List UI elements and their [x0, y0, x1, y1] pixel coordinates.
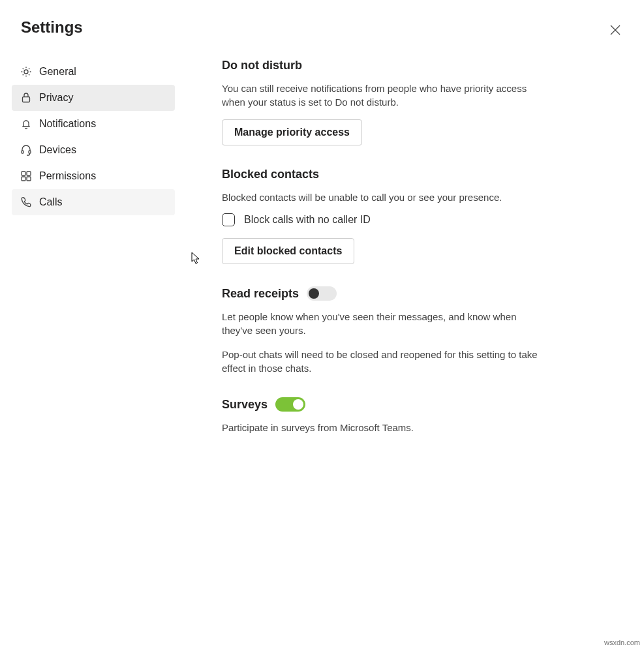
watermark: wsxdn.com — [604, 639, 640, 646]
sidebar-item-label: Permissions — [39, 170, 96, 182]
section-description: Let people know when you've seen their m… — [222, 310, 548, 337]
section-description: Blocked contacts will be unable to call … — [222, 190, 548, 204]
section-title: Do not disturb — [222, 59, 560, 72]
svg-point-2 — [24, 70, 28, 74]
manage-priority-access-button[interactable]: Manage priority access — [222, 119, 362, 145]
block-no-caller-id-checkbox[interactable] — [222, 213, 235, 226]
bell-icon — [20, 117, 33, 130]
settings-window: Settings General — [0, 0, 644, 649]
section-surveys: Surveys Participate in surveys from Micr… — [222, 397, 560, 434]
sidebar-item-general[interactable]: General — [12, 59, 175, 85]
sidebar-item-calls[interactable]: Calls — [12, 189, 175, 215]
svg-rect-4 — [22, 151, 23, 153]
section-do-not-disturb: Do not disturb You can still receive not… — [222, 59, 560, 145]
apps-icon — [20, 170, 33, 183]
section-description: Participate in surveys from Microsoft Te… — [222, 421, 548, 434]
section-description: You can still receive notifications from… — [222, 82, 548, 109]
section-title: Read receipts — [222, 287, 299, 301]
checkbox-label: Block calls with no caller ID — [244, 214, 371, 226]
read-receipts-toggle[interactable] — [307, 286, 337, 301]
main-content: Do not disturb You can still receive not… — [175, 59, 560, 457]
sidebar-item-permissions[interactable]: Permissions — [12, 163, 175, 189]
headset-icon — [20, 143, 33, 157]
sidebar: General Privacy Notifi — [12, 59, 175, 457]
sidebar-item-label: Notifications — [39, 118, 96, 130]
section-title: Surveys — [222, 398, 268, 412]
sidebar-item-label: General — [39, 66, 76, 78]
section-read-receipts: Read receipts Let people know when you'v… — [222, 286, 560, 375]
svg-rect-3 — [23, 97, 30, 102]
sidebar-item-label: Calls — [39, 196, 63, 208]
sidebar-item-notifications[interactable]: Notifications — [12, 111, 175, 137]
edit-blocked-contacts-button[interactable]: Edit blocked contacts — [222, 238, 354, 264]
svg-rect-5 — [29, 151, 31, 153]
toggle-knob — [309, 288, 319, 299]
sidebar-item-devices[interactable]: Devices — [12, 137, 175, 163]
surveys-toggle[interactable] — [275, 397, 305, 412]
phone-icon — [20, 196, 33, 209]
close-button[interactable] — [605, 21, 626, 42]
svg-rect-9 — [27, 177, 31, 181]
sidebar-item-label: Devices — [39, 144, 76, 156]
gear-icon — [20, 65, 33, 78]
lock-icon — [20, 91, 33, 104]
close-icon — [610, 25, 621, 38]
section-description-2: Pop-out chats will need to be closed and… — [222, 348, 548, 375]
toggle-knob — [293, 399, 303, 410]
sidebar-item-label: Privacy — [39, 92, 73, 104]
block-no-caller-id-row: Block calls with no caller ID — [222, 213, 560, 226]
section-title: Blocked contacts — [222, 168, 560, 181]
svg-rect-8 — [22, 177, 25, 181]
sidebar-item-privacy[interactable]: Privacy — [12, 85, 175, 111]
section-blocked-contacts: Blocked contacts Blocked contacts will b… — [222, 168, 560, 264]
svg-rect-7 — [27, 172, 31, 175]
page-title: Settings — [21, 18, 623, 37]
svg-rect-6 — [22, 172, 25, 175]
